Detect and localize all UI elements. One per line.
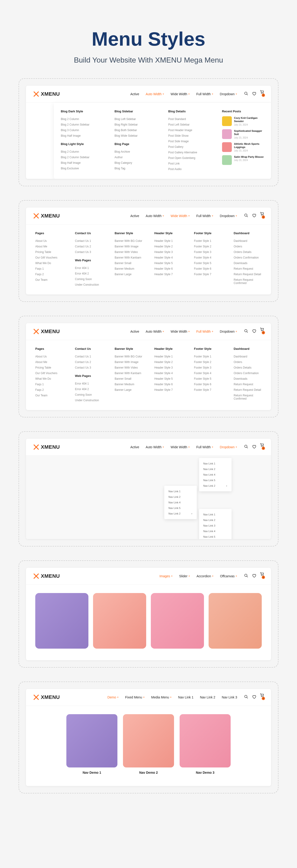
mega-link[interactable]: Contact Us 1 bbox=[75, 354, 103, 359]
mega-link[interactable]: Post Slide Show bbox=[168, 133, 211, 138]
nav-item-wide-width[interactable]: Wide Width+ bbox=[170, 445, 190, 449]
heart-icon[interactable] bbox=[252, 695, 256, 700]
mega-link[interactable]: Banner Large bbox=[115, 387, 143, 393]
nav-item-active[interactable]: Active bbox=[130, 445, 139, 449]
mega-link[interactable]: Post Standard bbox=[168, 116, 211, 122]
cart-icon[interactable]: 0 bbox=[260, 327, 264, 336]
nav-item-auto-width[interactable]: Auto Width+ bbox=[146, 330, 164, 333]
mega-link[interactable]: Error 404 1 bbox=[75, 381, 103, 386]
mega-link[interactable]: Header Style 1 bbox=[154, 354, 182, 359]
demo-item[interactable]: Nav Demo 2 bbox=[123, 714, 174, 774]
nav-item-fixed-menu[interactable]: Fixed Menu+ bbox=[125, 695, 144, 699]
mega-link[interactable]: Post Gallery bbox=[168, 144, 211, 150]
nav-item-active[interactable]: Active bbox=[130, 214, 139, 218]
mega-link[interactable]: Banner Medium bbox=[115, 381, 143, 387]
mega-link[interactable]: Downloads bbox=[234, 376, 262, 381]
nav-item-full-width[interactable]: Full Width+ bbox=[196, 92, 213, 96]
mega-link[interactable]: Footer Style 5 bbox=[194, 260, 222, 266]
mega-link[interactable]: Footer Style 1 bbox=[194, 238, 222, 244]
nav-item-nav-link-2[interactable]: Nav Link 2 bbox=[200, 695, 215, 699]
mega-link[interactable]: Under Construction bbox=[75, 282, 103, 287]
mega-link[interactable]: Blog Exclusive bbox=[61, 166, 103, 171]
dropdown-item[interactable]: Nav Link 2▸ bbox=[164, 511, 197, 516]
dropdown-item[interactable]: Nav Link 5 bbox=[199, 534, 232, 539]
mega-link[interactable]: Banner Small bbox=[115, 260, 143, 266]
image-tile-3[interactable] bbox=[151, 593, 204, 649]
mega-link[interactable]: Pricing Table bbox=[35, 365, 63, 370]
mega-link[interactable]: Blog 2 Column bbox=[61, 149, 103, 155]
mega-link[interactable]: Our Team bbox=[35, 277, 63, 283]
mega-link[interactable]: About Us bbox=[35, 354, 63, 359]
mega-link[interactable]: Banner With Kanbarn bbox=[115, 255, 143, 260]
demo-item[interactable]: Nav Demo 1 bbox=[66, 714, 117, 774]
mega-link[interactable]: Contact Us 1 bbox=[75, 238, 103, 244]
mega-link[interactable]: Post Left Sidebar bbox=[168, 122, 211, 127]
mega-link[interactable]: Footer Style 4 bbox=[194, 255, 222, 260]
mega-link[interactable]: Banner Small bbox=[115, 376, 143, 381]
mega-link[interactable]: Header Style 7 bbox=[154, 272, 182, 277]
mega-link[interactable]: Header Style 5 bbox=[154, 376, 182, 381]
mega-link[interactable]: Blog Both Sidebar bbox=[115, 127, 157, 133]
mega-link[interactable]: Faqs 1 bbox=[35, 266, 63, 272]
dropdown-item[interactable]: Nav Link 1 bbox=[199, 512, 232, 517]
nav-item-wide-width[interactable]: Wide Width+ bbox=[170, 92, 190, 96]
mega-link[interactable]: Return Request bbox=[234, 266, 262, 272]
nav-item-dropdown[interactable]: Dropdown+ bbox=[220, 214, 237, 218]
heart-icon[interactable] bbox=[252, 444, 256, 450]
mega-link[interactable]: Pricing Table bbox=[35, 249, 63, 255]
logo[interactable]: XMENU bbox=[33, 573, 60, 579]
mega-link[interactable]: Blog Half Image bbox=[61, 133, 103, 138]
nav-item-full-width[interactable]: Full Width+ bbox=[196, 330, 213, 333]
search-icon[interactable] bbox=[244, 574, 248, 579]
logo[interactable]: XMENU bbox=[33, 328, 60, 335]
nav-item-demo[interactable]: Demo+ bbox=[107, 695, 118, 699]
mega-link[interactable]: Footer Style 3 bbox=[194, 249, 222, 255]
mega-link[interactable]: Contact Us 2 bbox=[75, 244, 103, 249]
mega-link[interactable]: Header Style 3 bbox=[154, 365, 182, 370]
mega-link[interactable]: Orders Confirmation bbox=[234, 255, 262, 260]
heart-icon[interactable] bbox=[252, 213, 256, 218]
demo-item[interactable]: Nav Demo 3 bbox=[180, 714, 231, 774]
nav-item-auto-width[interactable]: Auto Width+ bbox=[146, 445, 164, 449]
mega-link[interactable]: Blog Wide Sidebar bbox=[115, 133, 157, 138]
mega-link[interactable]: What We Do bbox=[35, 260, 63, 266]
nav-item-active[interactable]: Active bbox=[130, 92, 139, 96]
search-icon[interactable] bbox=[244, 213, 248, 218]
mega-link[interactable]: Post Gallery Alternative bbox=[168, 150, 211, 155]
mega-link[interactable]: Header Style 5 bbox=[154, 260, 182, 266]
dropdown-item[interactable]: Nav Link 5 bbox=[164, 505, 197, 511]
dropdown-item[interactable]: Nav Link 2 bbox=[199, 517, 232, 523]
mega-link[interactable]: Header Style 6 bbox=[154, 381, 182, 387]
mega-link[interactable]: Coming Soon bbox=[75, 276, 103, 282]
mega-link[interactable]: Faqs 1 bbox=[35, 381, 63, 387]
mega-link[interactable]: Dashboard bbox=[234, 354, 262, 359]
mega-link[interactable]: What We Do bbox=[35, 376, 63, 381]
mega-link[interactable]: Blog Left Sidebar bbox=[115, 116, 157, 122]
mega-link[interactable]: About Us bbox=[35, 238, 63, 244]
heart-icon[interactable] bbox=[252, 329, 256, 334]
nav-item-dropdown[interactable]: Dropdown+ bbox=[220, 92, 237, 96]
mega-link[interactable]: Contact Us 2 bbox=[75, 359, 103, 365]
dropdown-item[interactable]: Nav Link 2 bbox=[199, 466, 232, 472]
mega-link[interactable]: Our Gift Vouchers bbox=[35, 370, 63, 376]
mega-link[interactable]: Banner Medium bbox=[115, 266, 143, 272]
mega-link[interactable]: About Me bbox=[35, 359, 63, 365]
mega-link[interactable]: Banner With Video bbox=[115, 249, 143, 255]
dropdown-item[interactable]: Nav Link 2 bbox=[164, 494, 197, 500]
mega-link[interactable]: Header Style 7 bbox=[154, 387, 182, 393]
mega-link[interactable]: Faqs 2 bbox=[35, 272, 63, 277]
mega-link[interactable]: Banner With BG Color bbox=[115, 354, 143, 359]
mega-link[interactable]: Orders bbox=[234, 359, 262, 365]
heart-icon[interactable] bbox=[252, 92, 256, 97]
dropdown-item[interactable]: Nav Link 2▸ bbox=[199, 483, 232, 489]
mega-link[interactable]: Blog 2 Column bbox=[61, 116, 103, 122]
image-tile-2[interactable] bbox=[93, 593, 146, 649]
cart-icon[interactable]: 0 bbox=[260, 443, 264, 451]
mega-link[interactable]: Header Style 2 bbox=[154, 359, 182, 365]
mega-link[interactable]: Downloads bbox=[234, 260, 262, 266]
nav-item-full-width[interactable]: Full Width+ bbox=[196, 445, 213, 449]
nav-item-accordion[interactable]: Accordion+ bbox=[196, 574, 213, 578]
logo[interactable]: XMENU bbox=[33, 91, 60, 97]
nav-item-wide-width[interactable]: Wide Width+ bbox=[170, 214, 190, 218]
dropdown-item[interactable]: Nav Link 3 bbox=[199, 523, 232, 528]
